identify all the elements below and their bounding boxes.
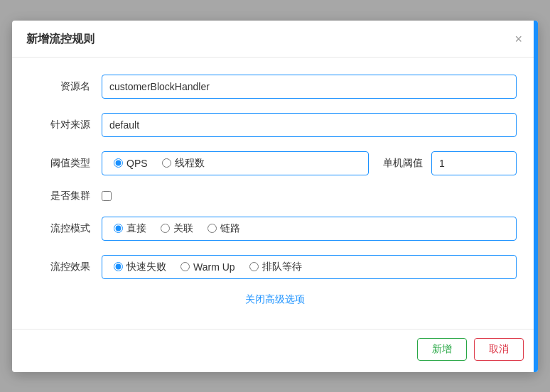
flow-mode-label: 流控模式 [33,222,90,235]
close-button[interactable]: × [513,33,524,45]
radio-associated-label: 关联 [173,222,193,235]
cluster-checkbox[interactable] [102,191,112,201]
resource-name-input[interactable] [102,75,517,99]
radio-fast-fail-label: 快速失败 [126,261,166,273]
flow-mode-group: 直接 关联 链路 [102,217,517,241]
modal-footer: 新增 取消 [12,329,538,372]
resource-name-label: 资源名 [33,80,90,93]
radio-queue-label: 排队等待 [262,261,302,273]
radio-chain[interactable]: 链路 [207,222,240,235]
flow-effect-group: 快速失败 Warm Up 排队等待 [102,255,517,279]
cancel-button[interactable]: 取消 [474,338,524,361]
radio-threads-label: 线程数 [175,157,205,170]
radio-fast-fail[interactable]: 快速失败 [114,261,166,273]
cluster-row: 是否集群 [33,190,517,202]
radio-threads[interactable]: 线程数 [162,157,205,170]
cluster-label: 是否集群 [33,190,90,202]
radio-chain-label: 链路 [220,222,240,235]
modal-overlay: 新增流控规则 × 资源名 针对来源 阈值类型 QPS [0,0,550,392]
single-threshold-label: 单机阈值 [383,157,423,170]
modal-body: 资源名 针对来源 阈值类型 QPS 线程数 [12,58,538,329]
resource-name-row: 资源名 [33,75,517,99]
flow-effect-row: 流控效果 快速失败 Warm Up 排队等待 [33,255,517,279]
target-source-input[interactable] [102,113,517,137]
modal-dialog: 新增流控规则 × 资源名 针对来源 阈值类型 QPS [12,21,538,372]
target-source-label: 针对来源 [33,119,90,131]
radio-warm-up-label: Warm Up [193,261,235,273]
radio-associated[interactable]: 关联 [161,222,193,235]
radio-qps[interactable]: QPS [114,158,148,169]
radio-direct-label: 直接 [126,222,146,235]
single-threshold-section: 单机阈值 [383,151,517,175]
flow-mode-row: 流控模式 直接 关联 链路 [33,217,517,241]
radio-warm-up[interactable]: Warm Up [180,261,235,273]
radio-direct[interactable]: 直接 [114,222,146,235]
flow-effect-label: 流控效果 [33,261,90,273]
target-source-row: 针对来源 [33,113,517,137]
cluster-checkbox-wrapper[interactable] [102,191,112,201]
confirm-button[interactable]: 新增 [417,338,467,361]
radio-qps-label: QPS [126,158,148,169]
modal-title: 新增流控规则 [26,32,95,47]
modal-header: 新增流控规则 × [12,21,538,58]
advanced-options-link[interactable]: 关闭高级选项 [33,293,517,306]
modal-stripe [534,21,538,372]
threshold-type-row: 阈值类型 QPS 线程数 单机阈值 [33,151,517,175]
radio-queue[interactable]: 排队等待 [249,261,302,273]
threshold-type-group: QPS 线程数 [102,151,369,175]
threshold-type-label: 阈值类型 [33,157,90,170]
single-threshold-input[interactable] [431,151,517,175]
